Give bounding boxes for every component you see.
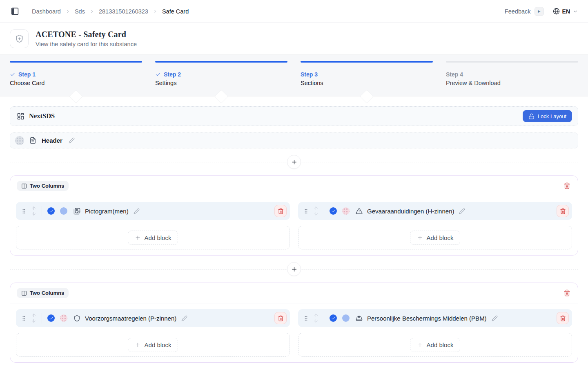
move-up-button[interactable] — [313, 206, 318, 211]
drag-handle-icon[interactable] — [303, 315, 309, 321]
page-title: ACETONE - Safety Card — [36, 30, 137, 39]
block-visibility-checkbox[interactable] — [47, 314, 55, 322]
section-column: Gevaaraanduidingen (H-zinnen) Add block — [298, 202, 572, 249]
edit-header-button[interactable] — [68, 137, 76, 144]
block-color-swatch[interactable] — [60, 207, 67, 215]
block-visibility-checkbox[interactable] — [330, 207, 337, 215]
add-section-divider — [10, 363, 578, 368]
step-3-sections[interactable]: Step 3 Sections — [301, 61, 433, 86]
edit-block-button[interactable] — [458, 207, 466, 215]
add-block-zone: Add block — [298, 226, 572, 249]
move-up-button[interactable] — [31, 313, 36, 318]
pencil-icon — [69, 137, 75, 144]
breadcrumb-item-dashboard[interactable]: Dashboard — [32, 8, 61, 15]
trash-icon — [278, 208, 284, 214]
drag-handle-icon[interactable] — [21, 208, 27, 214]
breadcrumb-item-substance-id[interactable]: 281331501260323 — [99, 8, 148, 15]
breadcrumb-item-sds[interactable]: Sds — [75, 8, 85, 15]
block-label: Pictogram(men) — [85, 208, 129, 215]
move-up-button[interactable] — [31, 206, 36, 211]
header-block-row: Header — [10, 132, 578, 148]
add-block-zone: Add block — [16, 333, 290, 357]
sidebar-toggle-button[interactable] — [10, 6, 20, 16]
drag-handle-icon[interactable] — [21, 315, 27, 321]
move-up-button[interactable] — [313, 313, 318, 318]
section-column: Voorzorgsmaatregelen (P-zinnen) Add bloc… — [16, 309, 290, 357]
block-color-swatch[interactable] — [60, 314, 67, 322]
plus-icon — [135, 342, 141, 348]
lock-layout-button[interactable]: Lock Layout — [523, 110, 572, 122]
block-color-swatch[interactable] — [342, 314, 350, 322]
reorder-arrows — [31, 206, 36, 216]
block-visibility-checkbox[interactable] — [330, 314, 337, 322]
wizard-stepper: Step 1 Choose Card Step 2 Settings Step … — [0, 55, 588, 96]
add-block-button[interactable]: Add block — [410, 338, 461, 352]
trash-icon — [560, 315, 566, 321]
block-visibility-checkbox[interactable] — [47, 207, 55, 215]
delete-block-button[interactable] — [274, 312, 287, 324]
move-down-button[interactable] — [313, 211, 318, 216]
divider — [324, 206, 324, 216]
add-block-button[interactable]: Add block — [128, 338, 178, 352]
pencil-icon — [181, 315, 187, 321]
breadcrumb-item-current: Safe Card — [162, 8, 189, 15]
block-row: Pictogram(men) — [16, 202, 290, 220]
step-progress-bar — [301, 61, 433, 63]
chevron-right-icon — [152, 9, 158, 14]
step-1-choose-card[interactable]: Step 1 Choose Card — [10, 61, 142, 86]
drag-handle[interactable] — [15, 136, 24, 145]
step-title: Sections — [301, 80, 433, 86]
section-type-label: Two Columns — [30, 183, 64, 189]
page-subtitle: View the safety card for this substance — [36, 41, 137, 47]
breadcrumb: Dashboard Sds 281331501260323 Safe Card — [32, 8, 189, 15]
section-type-badge: Two Columns — [17, 181, 69, 191]
document-icon — [29, 137, 36, 144]
edit-block-button[interactable] — [133, 207, 140, 215]
add-section-button[interactable] — [287, 155, 301, 169]
add-block-label: Add block — [145, 234, 172, 241]
add-section-button[interactable] — [287, 262, 301, 276]
add-block-zone: Add block — [16, 226, 290, 249]
move-down-button[interactable] — [313, 318, 318, 323]
block-label: Gevaaraanduidingen (H-zinnen) — [367, 208, 454, 215]
delete-section-button[interactable] — [563, 182, 571, 190]
plus-icon — [417, 235, 423, 241]
brand-name: NextSDS — [29, 112, 55, 120]
edit-block-button[interactable] — [180, 314, 188, 322]
divider — [42, 206, 42, 216]
panel-left-icon — [11, 7, 19, 16]
section-type-label: Two Columns — [30, 290, 64, 296]
language-selector[interactable]: EN — [553, 8, 578, 15]
delete-section-button[interactable] — [563, 289, 571, 297]
delete-block-button[interactable] — [274, 205, 287, 217]
step-label: Step 1 — [18, 71, 36, 78]
shield-icon — [74, 315, 80, 322]
columns-icon — [21, 290, 27, 296]
move-down-button[interactable] — [31, 318, 36, 323]
step-2-settings[interactable]: Step 2 Settings — [155, 61, 287, 86]
layout-builder: NextSDS Lock Layout Header Two Columns — [0, 96, 588, 368]
delete-block-button[interactable] — [557, 205, 569, 217]
add-block-label: Add block — [427, 234, 454, 241]
step-progress-bar — [446, 61, 578, 63]
step-4-preview-download[interactable]: Step 4 Preview & Download — [446, 61, 578, 86]
block-color-swatch[interactable] — [342, 207, 350, 215]
section-columns: Pictogram(men) Add block — [10, 196, 578, 255]
add-block-label: Add block — [145, 341, 172, 348]
pencil-icon — [492, 315, 498, 321]
divider — [42, 313, 42, 323]
drag-handle-icon[interactable] — [303, 208, 309, 214]
add-block-button[interactable]: Add block — [128, 231, 178, 245]
feedback-shortcut-badge: F — [535, 7, 544, 16]
delete-block-button[interactable] — [557, 312, 569, 324]
safety-card-icon-box — [10, 29, 29, 48]
brand: NextSDS — [17, 112, 55, 120]
edit-block-button[interactable] — [491, 314, 499, 322]
divider — [324, 313, 324, 323]
pictogram-icon — [74, 208, 80, 215]
add-block-button[interactable]: Add block — [410, 231, 461, 245]
feedback-button[interactable]: Feedback F — [505, 7, 544, 16]
section-header: Two Columns — [10, 176, 578, 196]
header-block-label: Header — [42, 137, 62, 144]
move-down-button[interactable] — [31, 211, 36, 216]
